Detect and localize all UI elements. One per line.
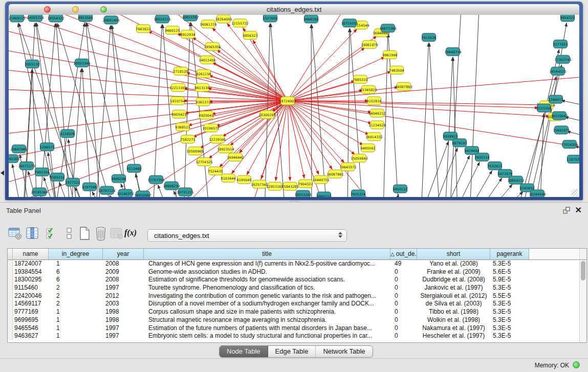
new-column-icon[interactable] (77, 226, 92, 241)
graph-node[interactable]: 16087861 (326, 170, 343, 178)
graph-edge[interactable] (288, 101, 344, 163)
graph-node[interactable]: 14055724 (27, 15, 43, 21)
table-cell[interactable]: 1998 (103, 316, 144, 324)
table-cell[interactable]: 5.3E-5 (490, 324, 529, 333)
graph-edge[interactable] (450, 15, 461, 197)
table-cell[interactable]: 6 (49, 276, 103, 284)
graph-node[interactable]: 9466160 (304, 15, 319, 23)
table-row[interactable]: 2242004622012Investigating the contribut… (8, 292, 579, 300)
graph-node[interactable]: 10731225 (177, 188, 193, 196)
graph-node[interactable]: 19565356 (204, 42, 221, 51)
table-cell[interactable]: 19384554 (13, 268, 49, 276)
panel-collapse-arrow-icon[interactable] (1, 170, 4, 176)
graph-node[interactable]: 10196372 (117, 189, 134, 197)
graph-edge[interactable] (230, 101, 288, 145)
table-cell[interactable]: Corpus callosum shape and size in male p… (144, 308, 390, 316)
graph-node[interactable]: 1810754 (170, 97, 185, 105)
table-cell[interactable]: 2 (49, 284, 103, 292)
graph-node[interactable]: 8920041 (199, 111, 214, 119)
graph-node[interactable]: 9495562 (361, 144, 376, 152)
graph-node[interactable]: 16061216 (200, 20, 216, 28)
graph-edge[interactable] (217, 50, 288, 101)
table-cell[interactable]: 0 (390, 332, 417, 340)
table-cell[interactable]: Genome-wide association studies in ADHD. (144, 268, 390, 276)
table-cell[interactable]: Wolkin et al. (1998) (417, 316, 490, 324)
table-cell[interactable]: Dudbridge et al. (2008) (417, 276, 490, 284)
graph-node[interactable]: 9152816 (367, 97, 382, 105)
column-header-pagerank[interactable]: pagerank (490, 249, 529, 260)
graph-node[interactable]: 9197266 (82, 183, 97, 191)
graph-node[interactable]: 6879197 (452, 139, 467, 147)
graph-node[interactable]: 15692971 (553, 126, 570, 134)
graph-node[interactable]: 16087863 (395, 82, 412, 91)
graph-node[interactable]: 1244413 (549, 95, 563, 103)
table-cell[interactable]: 1998 (103, 308, 144, 316)
table-cell[interactable]: 2 (49, 292, 103, 300)
table-cell[interactable]: 1997 (103, 332, 144, 340)
table-cell[interactable]: 49 (390, 260, 417, 268)
graph-node[interactable]: 10719155 (341, 19, 358, 27)
select-all-columns-icon[interactable] (44, 226, 59, 241)
graph-edge[interactable] (23, 70, 32, 197)
graph-node[interactable]: 12754325 (195, 158, 212, 166)
table-cell[interactable]: 1997 (103, 324, 144, 333)
table-cell[interactable]: 1 (49, 308, 103, 316)
graph-edge[interactable] (288, 101, 550, 116)
table-cell[interactable]: 14569117 (13, 300, 49, 308)
graph-edge[interactable] (112, 26, 126, 197)
table-cell[interactable]: Estimation of the future numbers of pati… (144, 324, 390, 333)
graph-edge[interactable] (288, 101, 363, 145)
table-cell[interactable]: 18724007 (13, 260, 49, 268)
graph-node[interactable]: 15059843 (351, 154, 367, 162)
table-cell[interactable]: Tourette syndrome. Phenomenology and cla… (144, 284, 390, 292)
graph-node[interactable]: 12853161 (266, 182, 283, 190)
graph-node[interactable]: 19648734 (444, 48, 461, 56)
graph-node[interactable]: 9368521 (176, 123, 190, 131)
table-cell[interactable]: Nakamura et al. (1997) (417, 324, 490, 333)
delete-table-icon[interactable] (108, 226, 124, 241)
graph-node[interactable]: 9866152 (317, 192, 332, 197)
table-cell[interactable]: 2012 (103, 292, 144, 300)
graph-node[interactable]: 16914332 (365, 133, 382, 141)
graph-node[interactable]: 8613134 (195, 83, 210, 92)
table-cell[interactable]: 5.3E-5 (490, 260, 529, 268)
graph-node[interactable]: 9861998 (383, 51, 398, 59)
graph-edge[interactable] (477, 178, 502, 197)
table-row[interactable]: 1938455462009Genome-wide association stu… (8, 268, 579, 276)
graph-node[interactable]: 1107533 (567, 155, 579, 163)
column-header-name[interactable]: name (13, 249, 49, 260)
graph-edge[interactable] (288, 29, 357, 101)
table-cell[interactable]: 9463627 (13, 332, 49, 340)
graph-edge[interactable] (32, 70, 37, 197)
table-cell[interactable]: 9115460 (13, 284, 49, 292)
table-cell[interactable]: Changes of HCN gene expression and I(f) … (144, 260, 390, 268)
graph-node[interactable]: 8605421 (172, 110, 187, 118)
graph-node[interactable]: 18724007 (279, 97, 296, 105)
column-header-in-degree[interactable]: in_degree (49, 249, 103, 260)
table-cell[interactable]: 0 (390, 292, 417, 300)
table-row[interactable]: 946362711997Embryonic stem cells: a mode… (8, 332, 579, 340)
graph-node[interactable]: 16946442 (227, 153, 244, 161)
graph-edge[interactable] (499, 191, 523, 197)
graph-node[interactable]: 21990305 (9, 155, 20, 163)
tab-node-table[interactable]: Node Table (220, 346, 268, 357)
graph-node[interactable]: 8128976 (60, 129, 75, 138)
network-view-window[interactable]: citations_edges.txt 18724007766382296601… (5, 2, 583, 200)
table-cell[interactable]: 2003 (103, 300, 144, 308)
table-cell[interactable]: 0 (390, 308, 417, 316)
table-cell[interactable]: 0 (390, 276, 417, 284)
table-cell[interactable]: 5.5E-5 (490, 292, 529, 300)
graph-node[interactable]: 18923514 (217, 145, 234, 153)
table-settings-icon[interactable] (7, 226, 23, 241)
table-cell[interactable]: 5.9E-5 (490, 276, 529, 284)
graph-node[interactable]: 9954321 (560, 15, 575, 21)
graph-node[interactable]: 20195364 (31, 188, 48, 196)
graph-node[interactable]: 19061978 (361, 40, 378, 49)
table-cell[interactable]: 0 (390, 316, 417, 324)
graph-node[interactable]: 18024216 (154, 15, 170, 23)
graph-node[interactable]: 12155722 (231, 19, 248, 27)
table-cell[interactable]: 1997 (103, 284, 144, 292)
graph-node[interactable]: 10449755 (312, 176, 329, 184)
maximize-window-button[interactable] (100, 6, 107, 13)
graph-node[interactable]: 10654112 (507, 176, 524, 184)
